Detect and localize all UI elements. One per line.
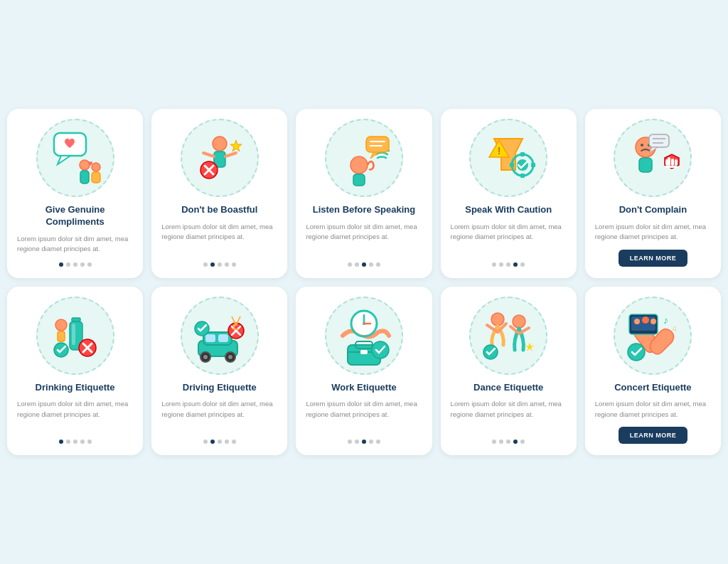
dot-3 [506, 440, 510, 444]
svg-point-88 [651, 319, 656, 324]
dot-5 [520, 440, 525, 444]
icon-circle [36, 119, 114, 197]
dot-3 [218, 262, 222, 267]
card-icon-area: ♪ ♫ [595, 297, 711, 375]
svg-point-14 [350, 156, 368, 174]
driving-etiquette-icon [188, 304, 252, 368]
dot-1 [348, 262, 352, 267]
dot-2 [499, 262, 503, 267]
svg-point-83 [628, 344, 645, 361]
icon-circle [181, 119, 259, 197]
dot-2 [210, 262, 215, 267]
dot-3 [73, 440, 77, 444]
icon-circle [469, 297, 547, 375]
dot-4 [369, 440, 373, 444]
dot-1 [203, 440, 208, 444]
svg-point-74 [491, 313, 504, 326]
card-title: Work Etiquette [331, 382, 397, 394]
svg-rect-26 [531, 163, 535, 167]
learn-more-button-2[interactable]: LEARN MORE [619, 427, 688, 444]
card-description: Lorem ipsum dolor sit dim amet, mea regi… [17, 399, 133, 432]
svg-point-57 [228, 355, 232, 359]
card-title: Don't Complain [619, 204, 687, 216]
svg-point-30 [641, 144, 643, 147]
dot-2 [66, 440, 70, 444]
dot-1 [203, 262, 208, 267]
card-icon-area [17, 297, 133, 375]
dot-1 [492, 262, 496, 267]
card-icon-area [161, 119, 277, 197]
svg-rect-38 [665, 166, 678, 168]
dots-indicator [348, 440, 380, 444]
dot-5 [87, 262, 92, 267]
dots-indicator [59, 440, 92, 444]
card-description: Lorem ipsum dolor sit dim amet, mea regi… [595, 399, 711, 420]
dots-indicator [59, 262, 92, 267]
dots-indicator [203, 262, 236, 267]
icon-circle: ♪ ♫ [614, 297, 692, 375]
dot-1 [59, 262, 63, 267]
dot-3 [362, 440, 366, 444]
svg-point-6 [213, 137, 227, 151]
card-title: Drinking Etiquette [36, 382, 115, 394]
svg-line-9 [225, 153, 236, 156]
svg-marker-1 [58, 156, 70, 164]
card-description: Lorem ipsum dolor sit dim amet, mea regi… [451, 222, 567, 255]
card-description: Lorem ipsum dolor sit dim amet, mea regi… [161, 222, 277, 255]
svg-text:!: ! [498, 145, 501, 156]
dot-2 [355, 262, 359, 267]
listen-before-speaking-icon [332, 126, 396, 190]
svg-rect-3 [80, 171, 89, 183]
dot-3 [362, 262, 366, 267]
card-give-genuine-compliments: Give Genuine Compliments Lorem ipsum dol… [7, 109, 143, 277]
card-driving-etiquette: Driving Etiquette Lorem ipsum dolor sit … [151, 287, 287, 455]
svg-point-77 [513, 315, 525, 328]
card-concert-etiquette: ♪ ♫ Concert Etiquette Lorem ipsum dolor … [585, 287, 721, 455]
svg-rect-19 [353, 174, 365, 186]
svg-rect-24 [520, 174, 525, 178]
svg-text:♫: ♫ [672, 324, 678, 332]
icon-circle [614, 119, 692, 197]
dot-2 [355, 440, 359, 444]
svg-line-8 [203, 153, 214, 156]
dot-2 [210, 440, 215, 444]
svg-point-87 [642, 316, 649, 324]
card-description: Lorem ipsum dolor sit dim amet, mea regi… [17, 234, 133, 255]
svg-rect-5 [92, 172, 100, 183]
dot-5 [232, 440, 236, 444]
dot-3 [73, 262, 77, 267]
dots-indicator [203, 440, 236, 444]
dot-3 [218, 440, 222, 444]
dot-4 [80, 440, 85, 444]
dot-4 [513, 440, 518, 444]
svg-rect-32 [639, 158, 652, 172]
learn-more-button[interactable]: LEARN MORE [619, 250, 688, 267]
dot-1 [348, 440, 352, 444]
svg-rect-37 [665, 159, 668, 166]
dance-etiquette-icon [476, 304, 540, 368]
svg-rect-35 [671, 159, 674, 166]
card-title: Speak With Caution [465, 204, 552, 216]
dot-5 [232, 262, 236, 267]
card-icon-area [306, 119, 422, 197]
dot-4 [225, 262, 229, 267]
svg-point-4 [92, 163, 100, 171]
dot-4 [80, 262, 85, 267]
dot-4 [369, 262, 373, 267]
dot-3 [506, 262, 510, 267]
card-title: Don't be Boastful [181, 204, 257, 216]
svg-point-86 [634, 319, 640, 324]
card-title: Concert Etiquette [614, 382, 691, 394]
card-title: Give Genuine Compliments [17, 204, 133, 228]
card-drinking-etiquette: Drinking Etiquette Lorem ipsum dolor sit… [7, 287, 143, 455]
card-description: Lorem ipsum dolor sit dim amet, mea regi… [306, 399, 422, 432]
svg-marker-10 [230, 140, 242, 151]
card-description: Lorem ipsum dolor sit dim amet, mea regi… [161, 399, 277, 432]
svg-rect-15 [366, 137, 389, 152]
card-dont-be-boastful: Don't be Boastful Lorem ipsum dolor sit … [151, 109, 287, 277]
dot-5 [520, 262, 525, 267]
card-listen-before-speaking: Listen Before Speaking Lorem ipsum dolor… [296, 109, 432, 277]
card-icon-area: ! [451, 119, 567, 197]
icon-circle: ! [469, 119, 547, 197]
dot-4 [513, 262, 518, 267]
